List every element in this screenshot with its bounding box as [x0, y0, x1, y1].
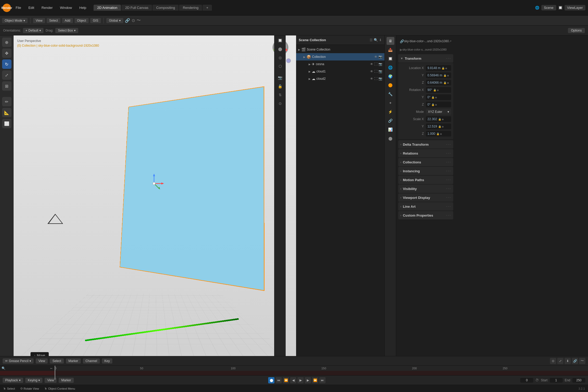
rot-lock-y-icon[interactable]: 🔒 [431, 96, 434, 99]
scene-name[interactable]: Scene [541, 5, 556, 10]
scale-tool[interactable]: ⤢ [2, 70, 11, 80]
snap-icon[interactable]: 🔗 [125, 18, 130, 23]
collections-options-icon[interactable]: ··· [446, 160, 451, 164]
scale-x-field[interactable]: 22.302 🔒 ◆ [426, 116, 451, 122]
camera-view-icon[interactable]: 📷 [276, 74, 284, 82]
transform-section-header[interactable]: ▼ Transform ··· [398, 54, 453, 63]
search-icon[interactable]: 🔍 [374, 38, 378, 42]
prev-frame-btn[interactable]: ◀ [290, 377, 296, 383]
view-menu[interactable]: View [33, 18, 45, 23]
props-view-layer-icon[interactable]: 🔲 [387, 55, 394, 63]
viewport-display-options-icon[interactable]: ··· [446, 195, 451, 200]
menu-help[interactable]: Help [77, 5, 89, 11]
start-frame-input[interactable]: 1 [550, 378, 563, 383]
scale-key-y-icon[interactable]: ◆ [442, 125, 444, 128]
tab-2d-animation[interactable]: 2D Animation [94, 5, 121, 11]
scale-lock-y-icon[interactable]: 🔒 [438, 125, 441, 128]
menu-file[interactable]: File [13, 5, 24, 11]
tl-filter-btn[interactable]: ⬇ [565, 358, 571, 364]
next-frame-btn[interactable]: ▶ [305, 377, 311, 383]
props-object-icon[interactable]: 🟠 [387, 81, 394, 89]
falloff-icon[interactable]: 〜 [137, 18, 141, 23]
select-menu[interactable]: Select [47, 18, 60, 23]
material-mode-icon[interactable]: ⬤ [276, 45, 284, 53]
transform-options-icon[interactable]: ··· [446, 56, 451, 61]
solid-mode-icon[interactable]: ◎ [276, 54, 284, 62]
cloud1-visibility-icon[interactable]: 👁 [370, 70, 373, 73]
rot-key-x-icon[interactable]: ◆ [437, 89, 439, 91]
props-world-icon[interactable]: 🌍 [387, 72, 394, 80]
move-tool[interactable]: ✥ [2, 48, 11, 58]
tl-snap-btn[interactable]: 🔗 [572, 358, 578, 364]
line-art-header[interactable]: › Line Art ··· [398, 202, 453, 211]
playback-dropdown[interactable]: Playback ▾ [3, 378, 23, 383]
flip-icon[interactable]: ⇅ [276, 91, 284, 99]
cesna-visibility-icon[interactable]: 👁 [370, 62, 373, 66]
tab-2d-full-canvas[interactable]: 2D Full Canvas [121, 5, 152, 11]
gis-menu[interactable]: GIS [90, 18, 101, 23]
rotation-z-field[interactable]: 0° 🔒 ◆ [426, 102, 451, 107]
props-link-icon[interactable]: ↗ [449, 39, 452, 43]
props-modifier-icon[interactable]: 🔧 [387, 90, 394, 98]
cursor-tool[interactable]: ⊕ [2, 38, 11, 47]
rotation-x-field[interactable]: 90° 🔒 ◆ [426, 87, 451, 93]
tl-select-menu[interactable]: Select [50, 358, 64, 364]
transform-pivot-icon[interactable]: ⊙ [276, 100, 284, 107]
tl-expand-btn[interactable]: ⤢ [557, 358, 564, 364]
transform-tool[interactable]: ⊞ [2, 81, 11, 91]
viewport-display-header[interactable]: › Viewport Display ··· [398, 193, 453, 202]
outliner-collection[interactable]: ▶ 📦 Collection 👁 📷 [296, 53, 384, 60]
tl-marker-menu[interactable]: Marker [66, 358, 81, 364]
scale-z-field[interactable]: 1.000 🔒 ◆ [426, 131, 451, 137]
cesna-render-icon[interactable]: 📷 [378, 62, 382, 66]
menu-window[interactable]: Window [57, 5, 75, 11]
rot-key-z-icon[interactable]: ◆ [435, 103, 437, 106]
rot-key-y-icon[interactable]: ◆ [435, 96, 437, 99]
motion-paths-options-icon[interactable]: ··· [446, 177, 451, 182]
scale-lock-x-icon[interactable]: 🔒 [438, 118, 441, 121]
lock-z-icon[interactable]: 🔒 [443, 81, 446, 84]
motion-paths-header[interactable]: › Motion Paths ··· [398, 176, 453, 184]
tl-curve-btn[interactable]: 〜 [579, 358, 585, 364]
location-y-field[interactable]: 0.56946 m 🔒 ◆ [426, 72, 451, 78]
end-frame-input[interactable]: 250 [572, 378, 585, 383]
tl-view-menu[interactable]: View [36, 358, 48, 364]
custom-props-options-icon[interactable]: ··· [446, 213, 451, 218]
line-art-options-icon[interactable]: ··· [446, 204, 451, 209]
tab-add[interactable]: + [203, 5, 212, 11]
rotation-mode-dropdown[interactable]: XYZ Euler ▾ [426, 109, 451, 115]
proportional-icon[interactable]: ⊙ [132, 18, 135, 23]
tl-mode-btn[interactable]: ⊙ [550, 358, 556, 364]
instancing-options-icon[interactable]: ··· [446, 169, 451, 173]
lock-view-icon[interactable]: 🔒 [276, 82, 284, 90]
props-material-icon[interactable]: ⬤ [387, 134, 394, 142]
cesna-select-icon[interactable]: ⛶ [374, 62, 377, 66]
tl-key-menu[interactable]: Key [102, 358, 113, 364]
rot-lock-x-icon[interactable]: 🔒 [433, 89, 436, 91]
tl-channel-menu[interactable]: Channel [83, 358, 100, 364]
step-fwd-btn[interactable]: ⏩ [312, 377, 318, 383]
scale-lock-z-icon[interactable]: 🔒 [436, 132, 439, 135]
lock-x-icon[interactable]: 🔒 [442, 67, 445, 70]
cloud2-select-icon[interactable]: ⛶ [374, 77, 377, 81]
viewlayer-name[interactable]: ViewLayer [565, 5, 585, 10]
drag-dropdown[interactable]: Select Box ▾ [55, 28, 78, 33]
props-render-icon[interactable]: 🖥 [387, 37, 394, 45]
location-z-field[interactable]: 0.64066 m 🔒 ◆ [426, 80, 451, 85]
collection-render-icon[interactable]: 📷 [378, 55, 382, 59]
object-menu[interactable]: Object [75, 18, 89, 23]
tab-rendering[interactable]: Rendering [179, 5, 202, 11]
viewport-3d[interactable]: User Perspective (0) Collection | sky-bl… [14, 35, 296, 363]
collections-header[interactable]: › Collections ··· [398, 158, 453, 166]
props-scene-icon[interactable]: 🌐 [387, 64, 394, 71]
scale-y-field[interactable]: 12.519 🔒 ◆ [426, 124, 451, 129]
outliner-scene-collection[interactable]: ▶ 🎬 Scene Collection [296, 46, 384, 53]
relations-options-icon[interactable]: ··· [446, 151, 451, 156]
props-output-icon[interactable]: 📤 [387, 46, 394, 54]
cloud2-render-icon[interactable]: 📷 [378, 77, 382, 81]
wireframe-mode-icon[interactable]: ⬡ [276, 62, 284, 70]
options-button[interactable]: Options [568, 28, 585, 33]
menu-edit[interactable]: Edit [26, 5, 37, 11]
annotate-tool[interactable]: ✏ [2, 97, 11, 106]
visibility-options-icon[interactable]: ··· [446, 186, 451, 191]
